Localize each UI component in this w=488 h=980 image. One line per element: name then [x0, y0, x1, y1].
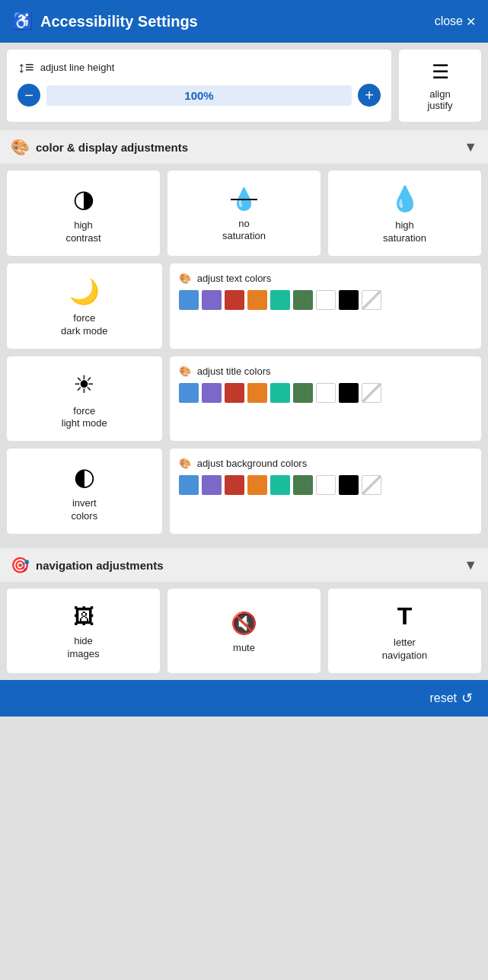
invert-colors-button[interactable]: ◐ invertcolors	[6, 448, 163, 535]
title-swatch-teal[interactable]	[270, 383, 290, 403]
align-justify-label: align justify	[427, 88, 452, 111]
header-title: Accessibility Settings	[40, 13, 198, 30]
header: ♿ Accessibility Settings close ✕	[0, 0, 488, 43]
title-colors-icon: 🎨	[179, 366, 191, 377]
bg-swatch-orange[interactable]	[247, 475, 267, 495]
color-display-section-left: 🎨 color & display adjustments	[11, 138, 188, 156]
swatch-black[interactable]	[339, 290, 359, 310]
line-height-slider-row: − 100% +	[18, 84, 381, 107]
letter-navigation-button[interactable]: T letternavigation	[327, 588, 482, 674]
adjust-bg-colors-title: 🎨 adjust background colors	[179, 458, 472, 469]
high-contrast-icon: ◑	[73, 184, 94, 213]
navigation-icon: 🎯	[11, 556, 30, 574]
swatch-blue[interactable]	[179, 290, 199, 310]
force-dark-mode-label: forcedark mode	[61, 312, 107, 338]
bg-swatch-teal[interactable]	[270, 475, 290, 495]
hide-images-button[interactable]: 🖼 hideimages	[6, 588, 161, 674]
title-swatch-black[interactable]	[339, 383, 359, 403]
hide-images-label: hideimages	[68, 635, 100, 661]
invert-colors-label: invertcolors	[71, 497, 97, 523]
bg-swatch-green[interactable]	[293, 475, 313, 495]
adjust-title-colors-card[interactable]: 🎨 adjust title colors	[169, 356, 482, 442]
title-swatch-red[interactable]	[225, 383, 244, 403]
color-display-section-header[interactable]: 🎨 color & display adjustments ▼	[0, 130, 488, 164]
no-saturation-icon: 💧	[231, 187, 257, 212]
swatch-purple[interactable]	[202, 290, 222, 310]
line-height-card: ↕≡ adjust line height − 100% +	[6, 49, 392, 123]
title-swatch-blue[interactable]	[179, 383, 199, 403]
high-saturation-button[interactable]: 💧 highsaturation	[327, 170, 482, 257]
text-colors-icon: 🎨	[179, 273, 191, 284]
top-section: ↕≡ adjust line height − 100% + ☰ align j…	[0, 43, 488, 123]
line-height-plus-button[interactable]: +	[358, 84, 381, 107]
color-rows-section: 🌙 forcedark mode 🎨 adjust text colors	[0, 263, 488, 541]
force-light-mode-label: forcelight mode	[62, 405, 107, 431]
color-buttons-row1: ◑ highcontrast 💧 nosaturation 💧 highsatu…	[0, 164, 488, 263]
adjust-text-colors-card[interactable]: 🎨 adjust text colors	[169, 263, 482, 350]
force-light-mode-button[interactable]: ☀ forcelight mode	[6, 356, 163, 442]
line-height-value: 100%	[46, 85, 352, 106]
high-saturation-label: highsaturation	[383, 219, 426, 245]
swatch-red[interactable]	[225, 290, 244, 310]
row-invert: ◐ invertcolors 🎨 adjust background color…	[6, 448, 482, 535]
mute-label: mute	[233, 642, 255, 655]
color-display-chevron: ▼	[464, 139, 477, 155]
line-height-minus-button[interactable]: −	[18, 84, 40, 107]
no-saturation-button[interactable]: 💧 nosaturation	[167, 170, 321, 257]
footer: reset ↺	[0, 680, 488, 717]
title-swatch-green[interactable]	[293, 383, 313, 403]
bg-color-swatches	[179, 475, 472, 495]
title-color-swatches	[179, 383, 472, 403]
bg-swatch-red[interactable]	[225, 475, 244, 495]
adjust-title-colors-title: 🎨 adjust title colors	[179, 366, 472, 377]
header-left: ♿ Accessibility Settings	[12, 11, 198, 31]
swatch-teal[interactable]	[270, 290, 290, 310]
title-swatch-orange[interactable]	[247, 383, 267, 403]
bg-swatch-purple[interactable]	[202, 475, 222, 495]
bg-colors-icon: 🎨	[179, 458, 191, 469]
align-justify-button[interactable]: ☰ align justify	[398, 49, 482, 123]
bg-swatch-black[interactable]	[339, 475, 359, 495]
navigation-section-header[interactable]: 🎯 navigation adjustments ▼	[0, 548, 488, 582]
title-swatch-white[interactable]	[316, 383, 336, 403]
adjust-bg-colors-card[interactable]: 🎨 adjust background colors	[169, 448, 482, 535]
bg-swatch-blue[interactable]	[179, 475, 199, 495]
color-display-label: color & display adjustments	[36, 141, 188, 154]
bg-swatch-transparent[interactable]	[362, 475, 381, 495]
high-contrast-button[interactable]: ◑ highcontrast	[6, 170, 161, 257]
swatch-green[interactable]	[293, 290, 313, 310]
close-button[interactable]: close ✕	[435, 14, 476, 29]
invert-colors-icon: ◐	[74, 462, 95, 491]
force-dark-mode-icon: 🌙	[69, 277, 100, 306]
close-icon: ✕	[466, 14, 476, 29]
navigation-buttons: 🖼 hideimages 🔇 mute T letternavigation	[0, 582, 488, 680]
swatch-orange[interactable]	[247, 290, 267, 310]
no-saturation-label: nosaturation	[222, 218, 266, 244]
mute-button[interactable]: 🔇 mute	[167, 588, 321, 674]
hide-images-icon: 🖼	[73, 604, 94, 629]
line-height-title: ↕≡ adjust line height	[18, 59, 381, 76]
reset-icon: ↺	[461, 690, 473, 707]
force-dark-mode-button[interactable]: 🌙 forcedark mode	[6, 263, 163, 350]
bg-swatch-white[interactable]	[316, 475, 336, 495]
swatch-white[interactable]	[316, 290, 336, 310]
row-force-light: ☀ forcelight mode 🎨 adjust title colors	[6, 356, 482, 442]
reset-label: reset	[429, 691, 457, 705]
letter-navigation-icon: T	[397, 602, 413, 630]
letter-navigation-label: letternavigation	[382, 637, 427, 662]
align-justify-icon: ☰	[432, 60, 449, 84]
navigation-section-left: 🎯 navigation adjustments	[11, 556, 164, 574]
high-contrast-label: highcontrast	[65, 219, 100, 245]
adjust-text-colors-title: 🎨 adjust text colors	[179, 273, 472, 284]
row-force-dark: 🌙 forcedark mode 🎨 adjust text colors	[6, 263, 482, 350]
title-swatch-transparent[interactable]	[362, 383, 381, 403]
navigation-chevron: ▼	[464, 557, 477, 573]
color-display-icon: 🎨	[11, 138, 30, 156]
reset-button[interactable]: reset ↺	[429, 690, 473, 707]
mute-icon: 🔇	[231, 611, 257, 636]
swatch-transparent[interactable]	[362, 290, 381, 310]
title-swatch-purple[interactable]	[202, 383, 222, 403]
navigation-label: navigation adjustments	[36, 559, 164, 572]
accessibility-icon: ♿	[12, 11, 33, 31]
text-colors-label: adjust text colors	[197, 273, 272, 284]
